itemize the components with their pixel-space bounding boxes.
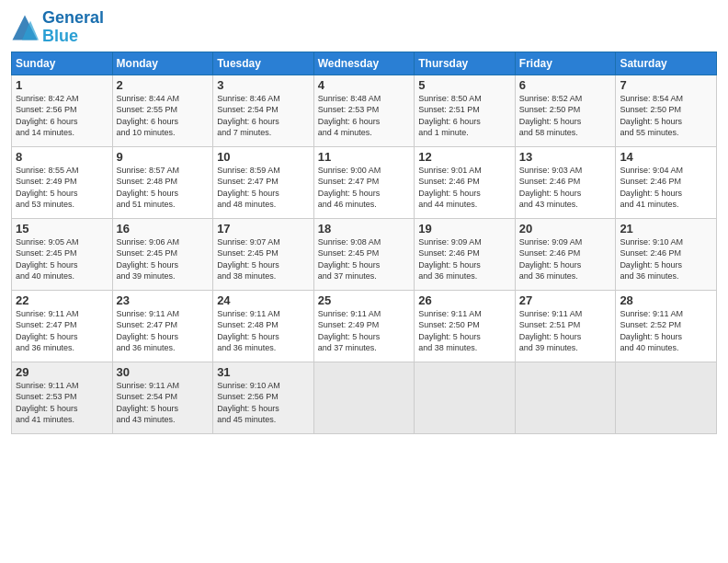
day-cell: 23Sunrise: 9:11 AMSunset: 2:47 PMDayligh… <box>112 290 213 362</box>
header: General Blue <box>11 9 717 46</box>
day-cell: 6Sunrise: 8:52 AMSunset: 2:50 PMDaylight… <box>515 75 616 146</box>
day-number: 26 <box>418 293 511 307</box>
day-number: 24 <box>217 293 310 307</box>
day-info: Sunrise: 9:11 AMSunset: 2:53 PMDaylight:… <box>16 380 108 426</box>
day-number: 13 <box>519 150 612 164</box>
day-cell: 16Sunrise: 9:06 AMSunset: 2:45 PMDayligh… <box>112 218 213 290</box>
week-row-4: 22Sunrise: 9:11 AMSunset: 2:47 PMDayligh… <box>12 290 717 362</box>
day-number: 29 <box>16 365 108 379</box>
day-cell: 31Sunrise: 9:10 AMSunset: 2:56 PMDayligh… <box>213 362 314 433</box>
day-cell <box>515 362 616 433</box>
day-info: Sunrise: 8:54 AMSunset: 2:50 PMDaylight:… <box>620 93 712 139</box>
page-container: General Blue SundayMondayTuesdayWednesda… <box>0 0 728 442</box>
day-info: Sunrise: 9:10 AMSunset: 2:46 PMDaylight:… <box>620 236 712 282</box>
day-number: 21 <box>620 222 712 236</box>
day-number: 10 <box>217 150 310 164</box>
day-cell: 3Sunrise: 8:46 AMSunset: 2:54 PMDaylight… <box>213 75 314 146</box>
day-info: Sunrise: 9:11 AMSunset: 2:50 PMDaylight:… <box>418 308 511 354</box>
day-info: Sunrise: 9:01 AMSunset: 2:46 PMDaylight:… <box>418 165 511 211</box>
day-cell: 28Sunrise: 9:11 AMSunset: 2:52 PMDayligh… <box>616 290 717 362</box>
day-cell: 2Sunrise: 8:44 AMSunset: 2:55 PMDaylight… <box>112 75 213 146</box>
logo-icon <box>11 14 39 41</box>
day-cell: 30Sunrise: 9:11 AMSunset: 2:54 PMDayligh… <box>112 362 213 433</box>
day-cell: 10Sunrise: 8:59 AMSunset: 2:47 PMDayligh… <box>213 146 314 218</box>
day-info: Sunrise: 9:11 AMSunset: 2:52 PMDaylight:… <box>620 308 712 354</box>
day-info: Sunrise: 9:04 AMSunset: 2:46 PMDaylight:… <box>620 165 712 211</box>
day-number: 19 <box>418 222 511 236</box>
day-cell <box>616 362 717 433</box>
logo-text: General Blue <box>42 9 104 46</box>
day-cell: 25Sunrise: 9:11 AMSunset: 2:49 PMDayligh… <box>313 290 415 362</box>
day-cell <box>415 362 516 433</box>
day-number: 27 <box>519 293 612 307</box>
calendar-table: SundayMondayTuesdayWednesdayThursdayFrid… <box>11 52 717 434</box>
day-number: 20 <box>519 222 612 236</box>
header-friday: Friday <box>515 52 616 75</box>
day-number: 18 <box>318 222 411 236</box>
day-number: 11 <box>318 150 411 164</box>
day-info: Sunrise: 8:50 AMSunset: 2:51 PMDaylight:… <box>418 93 511 139</box>
day-number: 28 <box>620 293 712 307</box>
day-number: 6 <box>519 78 612 92</box>
day-info: Sunrise: 8:42 AMSunset: 2:56 PMDaylight:… <box>16 93 108 139</box>
day-info: Sunrise: 9:09 AMSunset: 2:46 PMDaylight:… <box>418 236 511 282</box>
day-number: 25 <box>318 293 411 307</box>
day-info: Sunrise: 9:09 AMSunset: 2:46 PMDaylight:… <box>519 236 612 282</box>
day-cell: 19Sunrise: 9:09 AMSunset: 2:46 PMDayligh… <box>415 218 516 290</box>
day-info: Sunrise: 9:11 AMSunset: 2:47 PMDaylight:… <box>16 308 108 354</box>
day-cell: 8Sunrise: 8:55 AMSunset: 2:49 PMDaylight… <box>12 146 113 218</box>
day-info: Sunrise: 9:11 AMSunset: 2:47 PMDaylight:… <box>117 308 210 354</box>
day-info: Sunrise: 9:00 AMSunset: 2:47 PMDaylight:… <box>318 165 411 211</box>
header-saturday: Saturday <box>616 52 717 75</box>
header-monday: Monday <box>112 52 213 75</box>
day-cell: 24Sunrise: 9:11 AMSunset: 2:48 PMDayligh… <box>213 290 314 362</box>
day-number: 30 <box>117 365 210 379</box>
day-cell: 29Sunrise: 9:11 AMSunset: 2:53 PMDayligh… <box>12 362 113 433</box>
day-cell: 18Sunrise: 9:08 AMSunset: 2:45 PMDayligh… <box>313 218 415 290</box>
week-row-3: 15Sunrise: 9:05 AMSunset: 2:45 PMDayligh… <box>12 218 717 290</box>
day-cell: 5Sunrise: 8:50 AMSunset: 2:51 PMDaylight… <box>415 75 516 146</box>
day-cell: 1Sunrise: 8:42 AMSunset: 2:56 PMDaylight… <box>12 75 113 146</box>
day-info: Sunrise: 9:05 AMSunset: 2:45 PMDaylight:… <box>16 236 108 282</box>
week-row-2: 8Sunrise: 8:55 AMSunset: 2:49 PMDaylight… <box>12 146 717 218</box>
day-number: 3 <box>217 78 310 92</box>
day-cell: 15Sunrise: 9:05 AMSunset: 2:45 PMDayligh… <box>12 218 113 290</box>
day-number: 23 <box>117 293 210 307</box>
header-thursday: Thursday <box>415 52 516 75</box>
day-number: 16 <box>117 222 210 236</box>
week-row-1: 1Sunrise: 8:42 AMSunset: 2:56 PMDaylight… <box>12 75 717 146</box>
day-cell: 11Sunrise: 9:00 AMSunset: 2:47 PMDayligh… <box>313 146 415 218</box>
day-number: 12 <box>418 150 511 164</box>
day-info: Sunrise: 9:11 AMSunset: 2:49 PMDaylight:… <box>318 308 411 354</box>
day-cell: 20Sunrise: 9:09 AMSunset: 2:46 PMDayligh… <box>515 218 616 290</box>
day-number: 8 <box>16 150 108 164</box>
day-cell: 26Sunrise: 9:11 AMSunset: 2:50 PMDayligh… <box>415 290 516 362</box>
day-number: 15 <box>16 222 108 236</box>
day-cell: 22Sunrise: 9:11 AMSunset: 2:47 PMDayligh… <box>12 290 113 362</box>
day-info: Sunrise: 8:44 AMSunset: 2:55 PMDaylight:… <box>117 93 210 139</box>
day-info: Sunrise: 9:03 AMSunset: 2:46 PMDaylight:… <box>519 165 612 211</box>
day-info: Sunrise: 9:06 AMSunset: 2:45 PMDaylight:… <box>117 236 210 282</box>
day-number: 1 <box>16 78 108 92</box>
day-info: Sunrise: 8:48 AMSunset: 2:53 PMDaylight:… <box>318 93 411 139</box>
day-info: Sunrise: 8:57 AMSunset: 2:48 PMDaylight:… <box>117 165 210 211</box>
day-info: Sunrise: 8:46 AMSunset: 2:54 PMDaylight:… <box>217 93 310 139</box>
day-number: 31 <box>217 365 310 379</box>
calendar-header-row: SundayMondayTuesdayWednesdayThursdayFrid… <box>12 52 717 75</box>
day-info: Sunrise: 9:11 AMSunset: 2:54 PMDaylight:… <box>117 380 210 426</box>
header-sunday: Sunday <box>12 52 113 75</box>
header-wednesday: Wednesday <box>313 52 415 75</box>
day-info: Sunrise: 9:07 AMSunset: 2:45 PMDaylight:… <box>217 236 310 282</box>
day-number: 5 <box>418 78 511 92</box>
day-cell: 27Sunrise: 9:11 AMSunset: 2:51 PMDayligh… <box>515 290 616 362</box>
day-cell: 9Sunrise: 8:57 AMSunset: 2:48 PMDaylight… <box>112 146 213 218</box>
day-info: Sunrise: 9:11 AMSunset: 2:48 PMDaylight:… <box>217 308 310 354</box>
day-number: 4 <box>318 78 411 92</box>
day-info: Sunrise: 9:10 AMSunset: 2:56 PMDaylight:… <box>217 380 310 426</box>
day-cell: 7Sunrise: 8:54 AMSunset: 2:50 PMDaylight… <box>616 75 717 146</box>
day-cell: 4Sunrise: 8:48 AMSunset: 2:53 PMDaylight… <box>313 75 415 146</box>
day-cell: 21Sunrise: 9:10 AMSunset: 2:46 PMDayligh… <box>616 218 717 290</box>
day-cell: 14Sunrise: 9:04 AMSunset: 2:46 PMDayligh… <box>616 146 717 218</box>
day-number: 17 <box>217 222 310 236</box>
logo: General Blue <box>11 9 104 46</box>
